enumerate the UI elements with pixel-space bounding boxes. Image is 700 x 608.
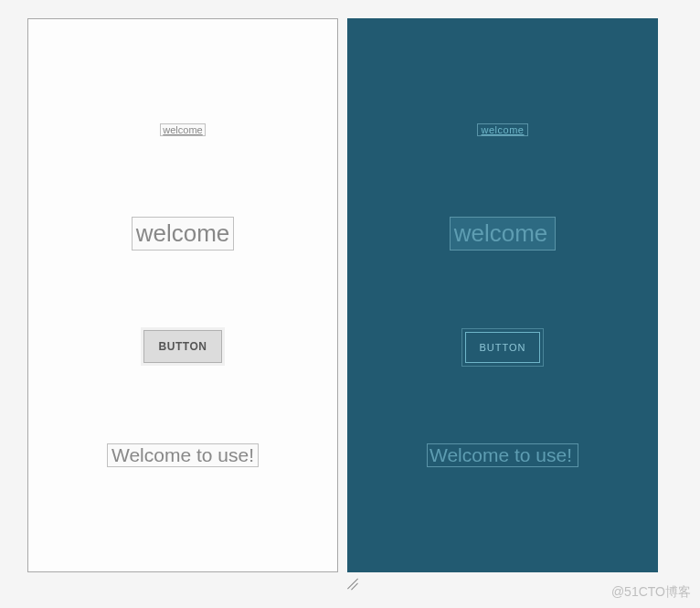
welcome-textview-dark: Welcome to use! [427,443,578,467]
welcome-edittext-light[interactable]: welcome [132,217,235,251]
welcome-link-light[interactable]: welcome [160,123,205,136]
dark-theme-panel: welcome welcome BUTTON Welcome to use! [347,18,658,572]
light-theme-panel: welcome welcome BUTTON Welcome to use! [27,18,338,572]
welcome-textview-light: Welcome to use! [107,443,259,467]
welcome-edittext-dark[interactable]: welcome [450,217,557,251]
preview-container: welcome welcome BUTTON Welcome to use! w… [0,0,700,591]
button-light[interactable]: BUTTON [143,330,223,363]
button-dark[interactable]: BUTTON [465,332,539,363]
welcome-link-dark[interactable]: welcome [477,123,529,136]
watermark-text: @51CTO博客 [611,584,691,601]
